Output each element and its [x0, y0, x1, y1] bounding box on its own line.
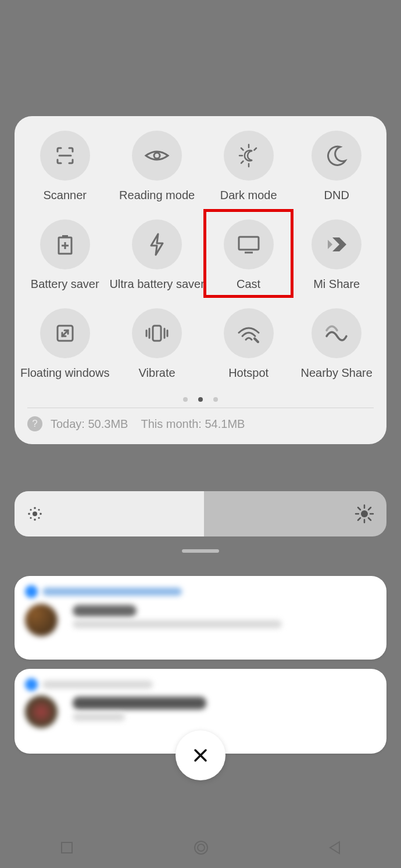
svg-rect-15 [153, 326, 161, 341]
tile-vibrate[interactable]: Vibrate [109, 308, 204, 380]
scanner-icon [40, 131, 90, 181]
blurred-text [73, 713, 125, 721]
blurred-text [73, 620, 282, 628]
nav-bar [0, 827, 401, 868]
app-icon-blurred [25, 585, 38, 598]
mi-share-icon [312, 219, 361, 269]
tile-label: Reading mode [119, 189, 195, 202]
tile-reading-mode[interactable]: Reading mode [109, 131, 204, 202]
svg-line-35 [368, 518, 371, 520]
tile-hotspot[interactable]: Hotspot [205, 308, 293, 380]
home-icon[interactable] [192, 839, 210, 856]
tile-label: DND [324, 189, 349, 202]
svg-point-27 [30, 517, 31, 518]
help-icon: ? [27, 416, 42, 431]
svg-line-7 [254, 148, 256, 150]
tile-dnd[interactable]: DND [292, 131, 381, 202]
quick-settings-panel: Scanner Reading mode Dark mode [15, 116, 386, 444]
svg-line-34 [358, 507, 360, 510]
eye-icon [132, 131, 182, 181]
back-icon[interactable] [328, 840, 342, 855]
tile-mi-share[interactable]: Mi Share [292, 219, 381, 291]
svg-point-25 [30, 509, 31, 510]
svg-line-6 [241, 161, 244, 164]
hotspot-icon [224, 308, 274, 358]
battery-plus-icon [40, 219, 90, 269]
avatar-blurred [25, 604, 58, 636]
notification-card[interactable] [15, 576, 386, 660]
svg-line-37 [358, 518, 360, 520]
svg-rect-9 [62, 235, 68, 237]
tile-label: Hotspot [228, 366, 268, 380]
svg-point-26 [38, 509, 40, 510]
blurred-text [42, 588, 182, 596]
blurred-text [42, 680, 153, 689]
data-month: This month: 54.1MB [141, 417, 245, 431]
dark-mode-icon [224, 131, 274, 181]
vibrate-icon [132, 308, 182, 358]
data-usage-row[interactable]: ? Today: 50.3MB This month: 54.1MB [15, 408, 386, 435]
tile-dark-mode[interactable]: Dark mode [205, 131, 293, 202]
avatar-blurred [25, 696, 58, 728]
tile-label: Battery saver [31, 278, 99, 291]
tile-cast[interactable]: Cast [205, 219, 293, 291]
close-icon [192, 747, 209, 764]
tile-nearby-share[interactable]: Nearby Share [292, 308, 381, 380]
blurred-text [73, 697, 206, 709]
app-icon-blurred [25, 678, 38, 691]
brightness-high-icon [354, 503, 375, 524]
highlight-box [203, 209, 294, 298]
data-today: Today: 50.3MB [51, 417, 128, 431]
svg-point-42 [198, 844, 205, 851]
tile-label: Vibrate [139, 366, 176, 380]
floating-window-icon [40, 308, 90, 358]
page-dot-active [198, 397, 203, 402]
svg-rect-40 [62, 842, 72, 853]
blurred-text [73, 605, 137, 617]
recents-icon[interactable] [59, 840, 74, 855]
tile-label: Ultra battery saver [109, 278, 204, 291]
tile-label: Dark mode [220, 189, 277, 202]
svg-line-36 [368, 507, 371, 510]
bolt-icon [132, 219, 182, 269]
page-dot [183, 397, 188, 402]
svg-point-28 [38, 517, 40, 518]
brightness-low-icon [26, 505, 44, 523]
tile-battery-saver[interactable]: Battery saver [20, 219, 109, 291]
tile-floating-windows[interactable]: Floating windows [20, 308, 109, 380]
tiles-grid: Scanner Reading mode Dark mode [15, 131, 386, 380]
svg-point-29 [361, 510, 368, 517]
tile-scanner[interactable]: Scanner [20, 131, 109, 202]
svg-point-22 [34, 518, 36, 521]
tile-label: Floating windows [20, 366, 109, 380]
page-dot [213, 397, 218, 402]
tile-ultra-battery-saver[interactable]: Ultra battery saver [109, 219, 204, 291]
svg-point-20 [33, 512, 37, 516]
clear-notifications-button[interactable] [176, 730, 225, 780]
svg-point-41 [195, 841, 207, 854]
moon-icon [312, 131, 361, 181]
nearby-share-icon [312, 308, 361, 358]
tile-label: Nearby Share [301, 366, 373, 380]
tile-label: Scanner [43, 189, 87, 202]
svg-point-21 [34, 507, 36, 509]
pagination-dots[interactable] [15, 397, 386, 402]
svg-point-1 [154, 153, 160, 159]
drag-handle[interactable] [182, 549, 219, 553]
svg-point-24 [40, 513, 42, 515]
brightness-slider[interactable] [15, 491, 386, 536]
svg-point-23 [28, 513, 30, 515]
svg-line-5 [241, 148, 244, 150]
tile-label: Mi Share [313, 278, 360, 291]
